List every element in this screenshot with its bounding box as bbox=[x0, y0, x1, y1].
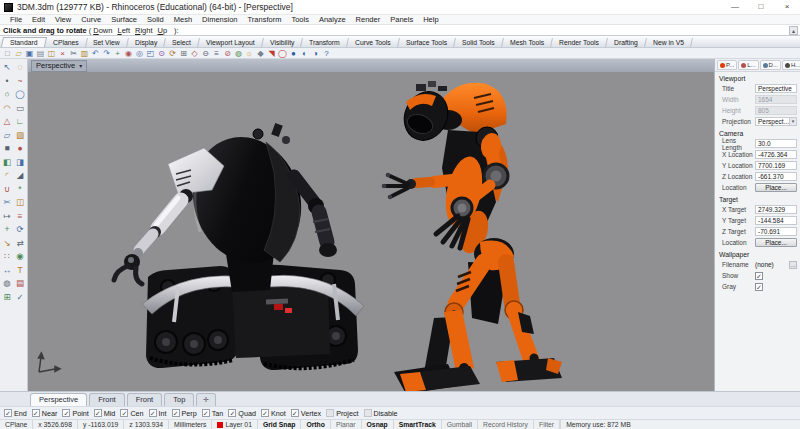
osnap-knot[interactable]: ✓Knot bbox=[261, 409, 286, 418]
osnap-checkbox-vertex[interactable]: ✓ bbox=[291, 409, 299, 417]
point-icon[interactable]: • bbox=[1, 75, 14, 89]
grid-snap-tool-icon[interactable]: ⊞ bbox=[1, 291, 14, 305]
material-editor-icon[interactable]: ◐ bbox=[299, 48, 310, 59]
osnap-int[interactable]: ✓Int bbox=[149, 409, 167, 418]
property-value-z-location[interactable]: -661.370 bbox=[755, 172, 797, 181]
command-option-left[interactable]: Left bbox=[117, 26, 130, 35]
minimize-button[interactable]: — bbox=[722, 0, 748, 14]
menu-transform[interactable]: Transform bbox=[243, 15, 287, 25]
toolbar-tab-transform[interactable]: Transform bbox=[301, 38, 349, 47]
layer-tools-icon[interactable]: ▤ bbox=[14, 277, 27, 291]
toolbar-tab-display[interactable]: Display bbox=[127, 38, 166, 47]
osnap-checkbox-cen[interactable]: ✓ bbox=[120, 409, 128, 417]
menu-surface[interactable]: Surface bbox=[106, 15, 142, 25]
osnap-checkbox-quad[interactable]: ✓ bbox=[228, 409, 236, 417]
gumball-icon[interactable]: ◉ bbox=[14, 250, 27, 264]
cut-icon[interactable]: ✂ bbox=[68, 48, 79, 59]
menu-solid[interactable]: Solid bbox=[142, 15, 169, 25]
delete-icon[interactable]: × bbox=[57, 48, 68, 59]
undo-view-icon[interactable]: ⊖ bbox=[200, 48, 211, 59]
toolbar-tab-cplanes[interactable]: CPlanes bbox=[45, 38, 88, 47]
menu-edit[interactable]: Edit bbox=[27, 15, 50, 25]
named-views-icon[interactable]: ≡ bbox=[211, 48, 222, 59]
menu-analyze[interactable]: Analyze bbox=[314, 15, 351, 25]
rotate-view-icon[interactable]: ⟳ bbox=[167, 48, 178, 59]
shade-icon[interactable]: ◥ bbox=[266, 48, 277, 59]
osnap-checkbox-tan[interactable]: ✓ bbox=[202, 409, 210, 417]
circle-icon[interactable]: ○ bbox=[1, 88, 14, 102]
chamfer-icon[interactable]: ◢ bbox=[14, 169, 27, 183]
toolbar-tab-viewport-layout[interactable]: Viewport Layout bbox=[198, 38, 264, 47]
close-button[interactable]: × bbox=[774, 0, 800, 14]
osnap-perp[interactable]: ✓Perp bbox=[172, 409, 197, 418]
surface-patch-icon[interactable]: ▨ bbox=[14, 129, 27, 143]
layers-tab[interactable]: L... bbox=[738, 60, 758, 70]
viewport-tab-front-2[interactable]: Front bbox=[127, 393, 163, 406]
maximize-button[interactable]: □ bbox=[748, 0, 774, 14]
osnap-cen[interactable]: ✓Cen bbox=[120, 409, 143, 418]
toolbar-tab-standard[interactable]: Standard bbox=[1, 37, 47, 47]
boolean-difference-icon[interactable]: ◨ bbox=[14, 156, 27, 170]
status-toggle-gumball[interactable]: Gumball bbox=[442, 420, 478, 429]
check-icon[interactable]: ✓ bbox=[14, 291, 27, 305]
property-value-lens-length[interactable]: 30.0 bbox=[755, 139, 797, 148]
split-icon[interactable]: ◫ bbox=[14, 196, 27, 210]
osnap-checkbox-near[interactable]: ✓ bbox=[32, 409, 40, 417]
paste-icon[interactable]: ▥ bbox=[79, 48, 90, 59]
add-viewport-tab[interactable]: ✛ bbox=[196, 393, 216, 406]
osnap-vertex[interactable]: ✓Vertex bbox=[291, 409, 321, 418]
checkbox-gray[interactable]: ✓ bbox=[755, 283, 763, 291]
visibility-icon[interactable]: ◍ bbox=[1, 277, 14, 291]
property-value-y-target[interactable]: -144.584 bbox=[755, 216, 797, 225]
osnap-near[interactable]: ✓Near bbox=[32, 409, 58, 418]
status-toggle-grid-snap[interactable]: Grid Snap bbox=[258, 420, 301, 429]
toolbar-tab-visibility[interactable]: Visibility bbox=[262, 38, 303, 47]
pan-icon[interactable]: + bbox=[112, 48, 123, 59]
place-button[interactable]: Place... bbox=[755, 238, 797, 247]
osnap-disable[interactable]: Disable bbox=[364, 409, 398, 418]
properties-tab[interactable]: P... bbox=[717, 60, 737, 70]
osnap-quad[interactable]: ✓Quad bbox=[228, 409, 256, 418]
display-tab[interactable]: D... bbox=[760, 60, 781, 70]
four-viewports-icon[interactable]: ⊞ bbox=[178, 48, 189, 59]
copy-clipboard-icon[interactable]: ◫ bbox=[46, 48, 57, 59]
toolbar-tab-surface-tools[interactable]: Surface Tools bbox=[398, 38, 456, 47]
viewport-title-menu[interactable]: Perspective ▾ bbox=[31, 60, 87, 72]
zoom-selected-icon[interactable]: ⊙ bbox=[156, 48, 167, 59]
explode-icon[interactable]: * bbox=[14, 183, 27, 197]
scale-icon[interactable]: ↘ bbox=[1, 237, 14, 251]
toolbar-tab-mesh-tools[interactable]: Mesh Tools bbox=[502, 38, 553, 47]
lamp-icon[interactable]: ☼ bbox=[244, 48, 255, 59]
property-dropdown-projection[interactable]: Perspect...▾ bbox=[755, 117, 797, 126]
property-value-z-target[interactable]: -70.691 bbox=[755, 227, 797, 236]
layer-indicator[interactable]: Layer 01 bbox=[212, 420, 257, 429]
command-option-up[interactable]: Up bbox=[157, 26, 167, 35]
command-option-right[interactable]: Right bbox=[135, 26, 153, 35]
new-file-icon[interactable]: □ bbox=[2, 48, 13, 59]
osnap-checkbox-project[interactable] bbox=[326, 409, 334, 417]
render-icon[interactable]: ◯ bbox=[277, 48, 288, 59]
osnap-checkbox-knot[interactable]: ✓ bbox=[261, 409, 269, 417]
command-line[interactable]: Click and drag to rotate ( DownLeftRight… bbox=[0, 25, 800, 36]
menu-dimension[interactable]: Dimension bbox=[197, 15, 242, 25]
toolbar-tab-solid-tools[interactable]: Solid Tools bbox=[454, 38, 504, 47]
property-value-y-location[interactable]: 7700.169 bbox=[755, 161, 797, 170]
set-cplane-icon[interactable]: ◇ bbox=[189, 48, 200, 59]
viewport-tab-top-3[interactable]: Top bbox=[164, 393, 194, 406]
surface-plane-icon[interactable]: ▱ bbox=[1, 129, 14, 143]
cplane-button[interactable]: CPlane bbox=[0, 420, 33, 429]
checkbox-show[interactable]: ✓ bbox=[755, 272, 763, 280]
offset-icon[interactable]: ≡ bbox=[14, 210, 27, 224]
osnap-checkbox-int[interactable]: ✓ bbox=[149, 409, 157, 417]
trim-icon[interactable]: ✂ bbox=[1, 196, 14, 210]
menu-tools[interactable]: Tools bbox=[286, 15, 314, 25]
toolbar-tab-render-tools[interactable]: Render Tools bbox=[551, 38, 608, 47]
mirror-icon[interactable]: ⇄ bbox=[14, 237, 27, 251]
osnap-project[interactable]: Project bbox=[326, 409, 358, 418]
print-icon[interactable]: ▤ bbox=[35, 48, 46, 59]
viewport-tab-front[interactable]: Front bbox=[89, 393, 125, 406]
osnap-mid[interactable]: ✓Mid bbox=[94, 409, 116, 418]
toolbar-tab-drafting[interactable]: Drafting bbox=[606, 38, 647, 47]
extend-icon[interactable]: ↦ bbox=[1, 210, 14, 224]
undo-icon[interactable]: ↶ bbox=[90, 48, 101, 59]
